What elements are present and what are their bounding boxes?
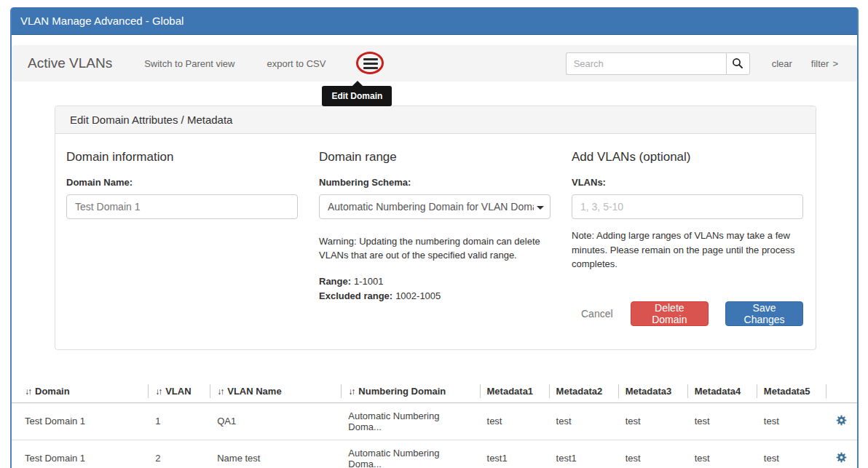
save-changes-button[interactable]: Save Changes <box>725 301 803 326</box>
cell-metadata4: test <box>687 402 757 440</box>
edit-domain-tooltip: Edit Domain <box>322 86 392 106</box>
cell-vlan: 2 <box>148 440 210 468</box>
cell-metadata2: test <box>549 402 618 440</box>
panel-header: Edit Domain Attributes / Metadata <box>55 106 816 134</box>
row-actions-cell <box>826 402 857 440</box>
cell-vlan-name: QA1 <box>210 402 341 440</box>
panel-body: Domain information Domain Name: Domain r… <box>55 134 816 349</box>
search-icon <box>732 57 743 69</box>
column-header-vlan[interactable]: ↓↑VLAN <box>148 380 210 403</box>
search-button[interactable] <box>726 52 750 75</box>
export-csv-link[interactable]: export to CSV <box>267 58 326 69</box>
clear-link[interactable]: clear <box>772 58 792 69</box>
sort-icon: ↓↑ <box>348 386 354 397</box>
column-header-domain[interactable]: ↓↑Domain <box>12 380 148 403</box>
filter-link[interactable]: filter> <box>811 58 838 69</box>
hamburger-icon <box>363 58 378 69</box>
cell-numbering-domain: Automatic Numbering Doma... <box>341 402 479 440</box>
cell-metadata1: test <box>480 402 549 440</box>
numbering-schema-select[interactable]: Automatic Numbering Domain for VLAN Doma <box>319 194 551 219</box>
table-row: Test Domain 11QA1Automatic Numbering Dom… <box>12 402 857 440</box>
toolbar: Active VLANs Switch to Parent view expor… <box>12 45 857 82</box>
switch-parent-view-link[interactable]: Switch to Parent view <box>144 58 234 69</box>
cell-vlan: 1 <box>148 402 210 440</box>
tooltip-label: Edit Domain <box>331 91 382 101</box>
column-header-actions <box>826 380 857 403</box>
range-info: Range:1-1001 Excluded range:1002-1005 <box>319 276 551 301</box>
domain-range-heading: Domain range <box>319 150 551 164</box>
section-title: Active VLANs <box>28 55 112 71</box>
add-vlans-column: Add VLANs (optional) VLANs: Note: Adding… <box>572 146 803 326</box>
add-vlans-heading: Add VLANs (optional) <box>572 150 803 164</box>
domain-information-column: Domain information Domain Name: <box>66 146 298 326</box>
cell-domain: Test Domain 1 <box>12 402 148 440</box>
cell-metadata4: test <box>687 440 757 468</box>
domain-name-label: Domain Name: <box>66 177 298 188</box>
cell-numbering-domain: Automatic Numbering Doma... <box>341 440 479 468</box>
cell-metadata3: test <box>618 440 687 468</box>
vlan-table: ↓↑Domain ↓↑VLAN ↓↑VLAN Name ↓↑Numbering … <box>12 380 857 468</box>
edit-domain-menu-button[interactable]: Edit Domain <box>358 52 384 74</box>
cell-vlan-name: Name test <box>210 440 341 468</box>
cell-metadata1: test1 <box>480 440 549 468</box>
sort-icon: ↓↑ <box>25 386 31 397</box>
row-actions-cell <box>826 440 857 468</box>
page-container: VLAN Manage Advanced - Global Active VLA… <box>10 7 859 468</box>
column-header-metadata2: Metadata2 <box>549 380 618 403</box>
cell-metadata5: test <box>757 440 826 468</box>
sort-icon: ↓↑ <box>217 386 223 397</box>
numbering-warning-text: Warning: Updating the numbering domain c… <box>319 235 551 263</box>
domain-name-field[interactable] <box>66 194 298 219</box>
chevron-right-icon: > <box>832 58 838 69</box>
search-input[interactable] <box>566 52 726 75</box>
search-group <box>566 52 750 75</box>
excluded-range-label: Excluded range: <box>319 290 392 301</box>
vlans-field[interactable] <box>572 194 803 219</box>
app-header-bar: VLAN Manage Advanced - Global <box>12 7 857 35</box>
domain-range-column: Domain range Numbering Schema: Automatic… <box>319 146 551 326</box>
panel-actions: Cancel Delete Domain Save Changes <box>572 301 803 326</box>
gear-icon[interactable] <box>836 415 847 426</box>
numbering-schema-selected-value: Automatic Numbering Domain for VLAN Doma <box>328 201 534 213</box>
vlans-note-text: Note: Adding large ranges of VLANs may t… <box>572 229 803 271</box>
column-header-numbering-domain[interactable]: ↓↑Numbering Domain <box>341 380 479 403</box>
gear-icon[interactable] <box>836 452 847 463</box>
column-header-metadata4: Metadata4 <box>687 380 757 403</box>
range-label: Range: <box>319 276 351 287</box>
table-row: Test Domain 12Name testAutomatic Numberi… <box>12 440 857 468</box>
cancel-button[interactable]: Cancel <box>581 308 613 320</box>
column-header-vlan-name[interactable]: ↓↑VLAN Name <box>210 380 341 403</box>
table-body: Test Domain 11QA1Automatic Numbering Dom… <box>12 402 857 468</box>
column-header-metadata3: Metadata3 <box>618 380 687 403</box>
edit-domain-panel: Edit Domain Attributes / Metadata Domain… <box>55 106 816 350</box>
cell-metadata3: test <box>618 402 687 440</box>
column-header-metadata1: Metadata1 <box>480 380 549 403</box>
delete-domain-button[interactable]: Delete Domain <box>631 301 709 326</box>
numbering-schema-label: Numbering Schema: <box>319 177 551 188</box>
domain-information-heading: Domain information <box>66 150 298 164</box>
chevron-down-icon <box>537 206 544 210</box>
panel-title: Edit Domain Attributes / Metadata <box>70 114 232 126</box>
page-title: VLAN Manage Advanced - Global <box>20 15 184 27</box>
table-header-row: ↓↑Domain ↓↑VLAN ↓↑VLAN Name ↓↑Numbering … <box>12 380 857 403</box>
cell-metadata5: test <box>757 402 826 440</box>
range-value: 1-1001 <box>354 276 383 287</box>
excluded-range-value: 1002-1005 <box>395 290 441 301</box>
vlans-label: VLANs: <box>572 177 803 188</box>
cell-metadata2: test1 <box>549 440 618 468</box>
cell-domain: Test Domain 1 <box>12 440 148 468</box>
column-header-metadata5: Metadata5 <box>757 380 826 403</box>
sort-icon: ↓↑ <box>155 386 161 397</box>
